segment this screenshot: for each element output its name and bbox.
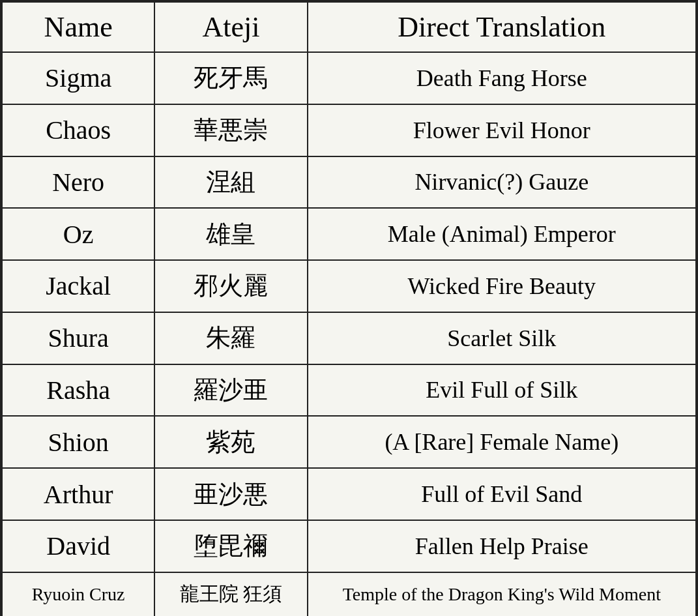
translation-cell: Flower Evil Honor [308, 104, 696, 156]
table-row: David堕毘禰Fallen Help Praise [2, 520, 696, 572]
table-row: Chaos華悪崇Flower Evil Honor [2, 104, 696, 156]
main-table-container: Name Ateji Direct Translation Sigma死牙馬De… [0, 0, 698, 616]
translation-cell: Evil Full of Silk [308, 364, 696, 417]
name-cell: Ryuoin Cruz [2, 572, 154, 616]
name-cell: David [2, 520, 154, 572]
translation-cell: Male (Animal) Emperor [308, 208, 696, 260]
header-ateji: Ateji [154, 2, 307, 52]
ateji-cell: 死牙馬 [154, 52, 307, 104]
name-cell: Rasha [2, 364, 154, 417]
name-cell: Oz [2, 208, 154, 260]
ateji-cell: 堕毘禰 [154, 520, 307, 572]
ateji-cell: 羅沙亜 [154, 364, 307, 417]
translation-cell: Full of Evil Sand [308, 468, 696, 520]
name-cell: Shion [2, 416, 154, 468]
table-row: Shura朱羅Scarlet Silk [2, 312, 696, 364]
ateji-cell: 涅組 [154, 156, 307, 209]
translation-cell: Death Fang Horse [308, 52, 696, 104]
name-cell: Chaos [2, 104, 154, 156]
name-cell: Shura [2, 312, 154, 364]
header-translation: Direct Translation [308, 2, 696, 52]
ateji-cell: 亜沙悪 [154, 468, 307, 520]
table-header-row: Name Ateji Direct Translation [2, 2, 696, 52]
table-row: Jackal邪火麗Wicked Fire Beauty [2, 260, 696, 312]
translation-cell: Scarlet Silk [308, 312, 696, 364]
translation-cell: (A [Rare] Female Name) [308, 416, 696, 468]
table-row: Nero涅組Nirvanic(?) Gauze [2, 156, 696, 209]
header-name: Name [2, 2, 154, 52]
translation-cell: Fallen Help Praise [308, 520, 696, 572]
ateji-cell: 華悪崇 [154, 104, 307, 156]
name-cell: Jackal [2, 260, 154, 312]
table-row: Arthur亜沙悪Full of Evil Sand [2, 468, 696, 520]
ateji-cell: 雄皇 [154, 208, 307, 260]
name-cell: Nero [2, 156, 154, 209]
ateji-cell: 紫苑 [154, 416, 307, 468]
translation-cell: Nirvanic(?) Gauze [308, 156, 696, 209]
translation-cell: Temple of the Dragon King's Wild Moment [308, 572, 696, 616]
table-row: Rasha羅沙亜Evil Full of Silk [2, 364, 696, 417]
table-row: Shion紫苑(A [Rare] Female Name) [2, 416, 696, 468]
translation-cell: Wicked Fire Beauty [308, 260, 696, 312]
ateji-cell: 朱羅 [154, 312, 307, 364]
table-row: Oz雄皇Male (Animal) Emperor [2, 208, 696, 260]
ateji-cell: 龍王院 狂須 [154, 572, 307, 616]
table-row: Sigma死牙馬Death Fang Horse [2, 52, 696, 104]
table-row: Ryuoin Cruz龍王院 狂須Temple of the Dragon Ki… [2, 572, 696, 616]
ateji-cell: 邪火麗 [154, 260, 307, 312]
name-cell: Sigma [2, 52, 154, 104]
name-cell: Arthur [2, 468, 154, 520]
